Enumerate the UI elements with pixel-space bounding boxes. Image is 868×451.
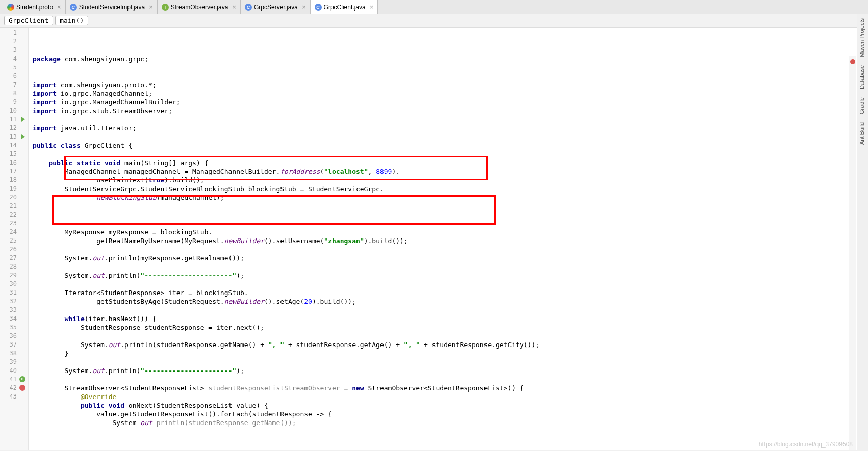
code-line[interactable] — [33, 219, 868, 228]
line-number[interactable]: 19 — [0, 184, 26, 193]
line-number[interactable]: 3 — [0, 46, 26, 55]
line-number[interactable]: 34 — [0, 314, 26, 323]
line-number[interactable]: 29 — [0, 271, 26, 280]
code-line[interactable]: System.out.println(myResponse.getRealnam… — [33, 254, 868, 262]
close-icon[interactable]: × — [232, 3, 236, 11]
line-number[interactable]: 25 — [0, 236, 26, 245]
code-line[interactable]: System.out.println("--------------------… — [33, 366, 868, 375]
line-gutter[interactable]: 1234567891011121314151617181920212223242… — [0, 28, 29, 450]
code-line[interactable] — [33, 115, 868, 124]
tool-window-tab-maven-projects[interactable]: Maven Projects — [857, 14, 866, 61]
code-line[interactable] — [33, 332, 868, 340]
line-number[interactable]: 6 — [0, 72, 26, 81]
close-icon[interactable]: × — [302, 3, 306, 11]
line-number[interactable]: 41o — [0, 375, 26, 384]
line-number[interactable]: 33 — [0, 306, 26, 314]
code-line[interactable] — [33, 245, 868, 254]
line-number[interactable]: 30 — [0, 280, 26, 288]
line-number[interactable]: 1 — [0, 29, 26, 37]
line-number[interactable]: 2 — [0, 37, 26, 46]
line-number[interactable]: 4 — [0, 55, 26, 63]
error-stripe[interactable] — [849, 56, 856, 450]
line-number[interactable]: 9 — [0, 98, 26, 107]
tab-student-proto[interactable]: Student.proto× — [3, 0, 66, 14]
code-line[interactable]: import java.util.Iterator; — [33, 124, 868, 132]
line-number[interactable]: 20 — [0, 193, 26, 202]
code-line[interactable]: public void onNext(StudentResponseList v… — [33, 401, 868, 410]
line-number[interactable]: 27 — [0, 254, 26, 262]
breakpoint-gutter-icon[interactable] — [19, 385, 25, 391]
code-line[interactable]: while(iter.hasNext()) { — [33, 314, 868, 323]
line-number[interactable]: 23 — [0, 219, 26, 228]
line-number[interactable]: 5 — [0, 63, 26, 72]
line-number[interactable]: 21 — [0, 202, 26, 210]
code-line[interactable]: } — [33, 349, 868, 358]
code-line[interactable]: import io.grpc.stub.StreamObserver; — [33, 107, 868, 115]
line-number[interactable]: 36 — [0, 332, 26, 340]
line-number[interactable]: 26 — [0, 245, 26, 254]
tab-grpcserver-java[interactable]: CGrpcServer.java× — [241, 0, 311, 14]
code-line[interactable] — [33, 63, 868, 72]
line-number[interactable]: 15 — [0, 150, 26, 158]
line-number[interactable]: 28 — [0, 262, 26, 271]
code-line[interactable]: import com.shengsiyuan.proto.*; — [33, 81, 868, 89]
line-number[interactable]: 38 — [0, 349, 26, 358]
code-line[interactable] — [33, 132, 868, 141]
line-number[interactable]: 18 — [0, 176, 26, 184]
line-number[interactable]: 32 — [0, 297, 26, 306]
code-line[interactable]: usePlaintext(true).build(); — [33, 176, 868, 184]
code-line[interactable]: value.getStudentResponseList().forEach(s… — [33, 410, 868, 418]
breadcrumb-class[interactable]: GrpcClient — [4, 16, 53, 25]
code-line[interactable] — [33, 306, 868, 314]
code-line[interactable]: import io.grpc.ManagedChannel; — [33, 89, 868, 98]
code-line[interactable]: StreamObserver<StudentResponseList> stud… — [33, 384, 868, 392]
line-number[interactable]: 7 — [0, 81, 26, 89]
breadcrumb-method[interactable]: main() — [55, 16, 88, 25]
line-number[interactable]: 11 — [0, 115, 26, 124]
code-line[interactable]: System.out.println(studentResponse.getNa… — [33, 340, 868, 349]
code-line[interactable]: MyResponse myResponse = blockingStub. — [33, 228, 868, 236]
run-gutter-icon[interactable] — [21, 117, 25, 122]
line-number[interactable]: 12 — [0, 124, 26, 132]
code-line[interactable] — [33, 358, 868, 366]
code-line[interactable]: getRealNameByUsername(MyRequest.newBuild… — [33, 236, 868, 245]
tool-window-tab-database[interactable]: Database — [857, 61, 866, 93]
line-number[interactable]: 40 — [0, 366, 26, 375]
code-line[interactable]: public class GrpcClient { — [33, 141, 868, 150]
code-line[interactable]: System out println(studentResponse getNa… — [33, 418, 868, 427]
close-icon[interactable]: × — [149, 3, 153, 11]
code-line[interactable]: package com.shengsiyuan.grpc; — [33, 55, 868, 63]
code-line[interactable] — [33, 210, 868, 219]
line-number[interactable]: 10 — [0, 107, 26, 115]
line-number[interactable]: 14 — [0, 141, 26, 150]
code-line[interactable]: System.out.println("--------------------… — [33, 271, 868, 280]
line-number[interactable]: 37 — [0, 340, 26, 349]
error-marker-icon[interactable] — [850, 59, 855, 64]
line-number[interactable]: 31 — [0, 288, 26, 297]
code-line[interactable] — [33, 202, 868, 210]
tab-streamobserver-java[interactable]: IStreamObserver.java× — [158, 0, 241, 14]
tool-window-tab-ant-build[interactable]: Ant Build — [857, 118, 866, 149]
line-number[interactable]: 13 — [0, 132, 26, 141]
code-line[interactable]: newBlockingStub(managedChannel); — [33, 193, 868, 202]
line-number[interactable]: 43 — [0, 392, 26, 401]
code-line[interactable] — [33, 150, 868, 158]
tab-studentserviceimpl-java[interactable]: CStudentServiceImpl.java× — [66, 0, 158, 14]
tool-window-tab-gradle[interactable]: Gradle — [857, 93, 866, 118]
code-line[interactable] — [33, 262, 868, 271]
code-line[interactable]: ManagedChannel managedChannel = ManagedC… — [33, 167, 868, 176]
line-number[interactable]: 24 — [0, 228, 26, 236]
code-line[interactable]: StudentServiceGrpc.StudentServiceBlockin… — [33, 184, 868, 193]
code-line[interactable] — [33, 280, 868, 288]
line-number[interactable]: 35 — [0, 323, 26, 332]
code-line[interactable] — [33, 375, 868, 384]
line-number[interactable]: 39 — [0, 358, 26, 366]
close-icon[interactable]: × — [370, 3, 374, 11]
code-line[interactable]: StudentResponse studentResponse = iter.n… — [33, 323, 868, 332]
code-line[interactable]: import io.grpc.ManagedChannelBuilder; — [33, 98, 868, 107]
code-area[interactable]: package com.shengsiyuan.grpc; import com… — [29, 28, 868, 450]
code-line[interactable]: getStudentsByAge(StudentRequest.newBuild… — [33, 297, 868, 306]
line-number[interactable]: 42 — [0, 384, 26, 392]
code-line[interactable] — [33, 72, 868, 81]
code-line[interactable]: @Override — [33, 392, 868, 401]
